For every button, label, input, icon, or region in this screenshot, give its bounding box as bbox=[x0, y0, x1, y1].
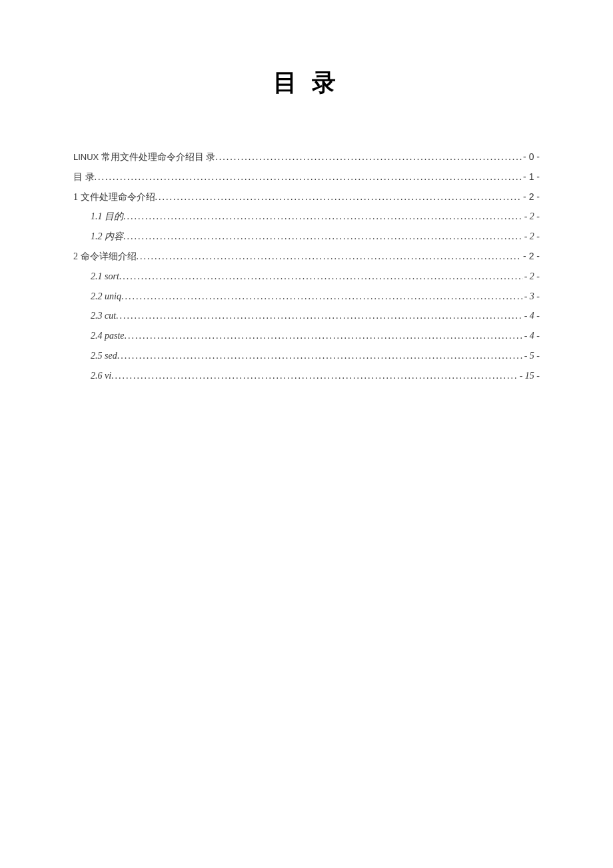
toc-label-text: 目的 bbox=[105, 211, 123, 221]
toc-leader bbox=[155, 189, 522, 205]
toc-entry: 2.4 paste - 4 - bbox=[73, 328, 540, 344]
toc-entry: 2.3 cut - 4 - bbox=[73, 308, 540, 324]
toc-entry: LINUX 常用文件处理命令介绍目 录 - 0 - bbox=[73, 149, 540, 165]
toc-title: 目 录 bbox=[73, 67, 540, 99]
toc-entry: 2.5 sed - 5 - bbox=[73, 348, 540, 364]
toc-entry: 1 文件处理命令介绍 - 2 - bbox=[73, 189, 540, 205]
toc-leader bbox=[215, 149, 522, 165]
toc-label: 2.3 cut bbox=[91, 308, 116, 324]
toc-page: - 5 - bbox=[523, 348, 540, 364]
toc-leader bbox=[116, 308, 523, 324]
toc-page: - 1 - bbox=[522, 169, 540, 185]
toc-leader bbox=[111, 368, 518, 384]
toc-label-text: 内容 bbox=[105, 231, 123, 241]
toc-page: - 15 - bbox=[518, 368, 540, 384]
toc-page: - 2 - bbox=[522, 189, 540, 205]
toc-page: - 2 - bbox=[523, 209, 540, 225]
toc-page: - 0 - bbox=[522, 149, 540, 165]
toc-label-prefix: 1.1 bbox=[91, 211, 105, 221]
toc-leader bbox=[123, 209, 523, 225]
toc-leader bbox=[137, 249, 522, 265]
toc-label: 2.6 vi bbox=[91, 368, 111, 384]
toc-label: 2.2 uniq bbox=[91, 289, 121, 305]
toc-entry: 目 录 - 1 - bbox=[73, 169, 540, 185]
toc-label-text: 常用文件处理命令介绍目 录 bbox=[99, 152, 215, 162]
toc-page: - 2 - bbox=[523, 269, 540, 285]
toc-label-prefix: 1.2 bbox=[91, 231, 105, 241]
toc-leader bbox=[95, 169, 522, 185]
toc-label: 1 文件处理命令介绍 bbox=[73, 189, 155, 205]
toc-page: - 3 - bbox=[523, 289, 540, 305]
toc-page: - 4 - bbox=[523, 308, 540, 324]
toc-leader bbox=[125, 328, 523, 344]
toc-entry: 1.2 内容 - 2 - bbox=[73, 229, 540, 245]
toc-leader bbox=[121, 289, 523, 305]
toc-leader bbox=[117, 348, 523, 364]
toc-label: LINUX 常用文件处理命令介绍目 录 bbox=[73, 149, 215, 165]
toc-label: 2.5 sed bbox=[91, 348, 117, 364]
toc-label: 1.2 内容 bbox=[91, 229, 123, 245]
toc-label: 2 命令详细介绍 bbox=[73, 249, 137, 265]
toc-label: 1.1 目的 bbox=[91, 209, 123, 225]
toc-entry: 2.1 sort - 2 - bbox=[73, 269, 540, 285]
toc-page: - 2 - bbox=[522, 249, 540, 265]
toc-entry: 2.6 vi - 15 - bbox=[73, 368, 540, 384]
toc-page: - 2 - bbox=[523, 229, 540, 245]
toc-page: - 4 - bbox=[523, 328, 540, 344]
toc-leader bbox=[119, 269, 523, 285]
toc-entry: 1.1 目的 - 2 - bbox=[73, 209, 540, 225]
toc-label: 2.4 paste bbox=[91, 328, 125, 344]
toc-label-prefix: LINUX bbox=[73, 152, 99, 162]
toc-entry: 2.2 uniq - 3 - bbox=[73, 289, 540, 305]
table-of-contents: LINUX 常用文件处理命令介绍目 录 - 0 - 目 录 - 1 - 1 文件… bbox=[73, 149, 540, 384]
toc-label: 目 录 bbox=[73, 169, 95, 185]
toc-leader bbox=[123, 229, 523, 245]
toc-entry: 2 命令详细介绍 - 2 - bbox=[73, 249, 540, 265]
toc-label: 2.1 sort bbox=[91, 269, 119, 285]
